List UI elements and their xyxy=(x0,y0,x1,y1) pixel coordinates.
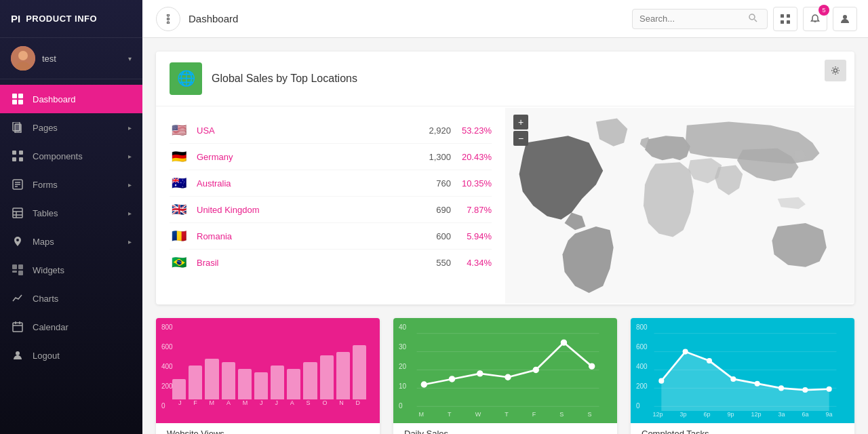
charts-icon xyxy=(11,292,24,305)
sidebar-item-label: Widgets xyxy=(33,265,132,275)
country-percentage: 20.43% xyxy=(451,152,492,162)
country-percentage: 4.34% xyxy=(451,258,492,268)
sales-row: 🇩🇪 Germany 1,300 20.43% xyxy=(170,144,492,170)
bar xyxy=(172,379,186,399)
chart-title: Website Views xyxy=(167,429,224,434)
maps-icon xyxy=(11,235,24,248)
svg-point-61 xyxy=(683,349,688,355)
chevron-right-icon: ▸ xyxy=(128,153,132,160)
world-map-svg xyxy=(505,106,854,304)
country-name: Australia xyxy=(197,178,410,189)
widget-icon-box: 🌐 xyxy=(170,62,202,95)
sidebar-nav: Dashboard Pages ▸ Components ▸ Forms ▸ xyxy=(0,79,142,434)
country-name: USA xyxy=(197,125,410,136)
sales-table-section: 🇺🇸 USA 2,920 53.23% 🇩🇪 Germany 1,300 20.… xyxy=(156,106,854,304)
sidebar-item-label: Dashboard xyxy=(33,94,132,104)
svg-rect-24 xyxy=(18,271,23,275)
page-title: Dashboard xyxy=(189,13,632,24)
svg-rect-3 xyxy=(12,94,17,98)
sidebar-item-components[interactable]: Components ▸ xyxy=(0,142,142,170)
user-menu-button[interactable] xyxy=(833,7,857,31)
svg-rect-37 xyxy=(781,20,784,24)
svg-point-50 xyxy=(477,371,483,376)
svg-point-29 xyxy=(16,351,20,355)
sidebar-item-label: Pages xyxy=(33,123,128,133)
svg-point-51 xyxy=(505,375,511,380)
search-icon[interactable] xyxy=(748,13,757,25)
notification-badge: 5 xyxy=(818,5,829,16)
country-percentage: 7.87% xyxy=(451,205,492,215)
sidebar-item-forms[interactable]: Forms ▸ xyxy=(0,170,142,199)
header-menu-button[interactable] xyxy=(156,7,180,31)
chart-title-area: Completed Tasks xyxy=(631,423,854,434)
svg-rect-8 xyxy=(15,124,21,133)
country-name: Brasil xyxy=(197,258,410,268)
daily-sales-chart: 403020100 MTWTFSS xyxy=(393,318,617,423)
bar xyxy=(271,366,284,399)
widget-title: Global Sales by Top Locations xyxy=(212,73,357,85)
map-zoom-out-button[interactable]: − xyxy=(513,131,528,146)
country-value: 760 xyxy=(410,178,451,189)
sidebar-item-calendar[interactable]: Calendar xyxy=(0,313,142,341)
country-flag: 🇧🇷 xyxy=(170,256,189,269)
svg-rect-9 xyxy=(12,151,16,155)
components-icon xyxy=(11,149,24,163)
bar xyxy=(222,362,235,399)
user-profile[interactable]: test ▾ xyxy=(0,38,142,79)
brand-title: PRODUCT INFO xyxy=(26,14,97,24)
svg-rect-5 xyxy=(12,100,17,104)
notifications-button[interactable]: 5 xyxy=(803,7,827,31)
sidebar-item-label: Forms xyxy=(33,180,128,190)
svg-rect-36 xyxy=(787,14,790,18)
forms-icon xyxy=(11,178,24,191)
website-views-chart: 8006004002000 JFMAMJJASOND xyxy=(156,318,380,423)
globe-icon: 🌐 xyxy=(177,70,195,87)
svg-point-1 xyxy=(18,51,28,60)
svg-rect-10 xyxy=(19,151,23,155)
sidebar-item-charts[interactable]: Charts xyxy=(0,284,142,313)
widget-header: 🌐 Global Sales by Top Locations xyxy=(156,52,854,106)
chart-title: Daily Sales xyxy=(404,429,448,434)
sidebar-item-tables[interactable]: Tables ▸ xyxy=(0,199,142,227)
sales-row: 🇧🇷 Brasil 550 4.34% xyxy=(170,250,492,275)
sidebar-item-pages[interactable]: Pages ▸ xyxy=(0,113,142,142)
country-percentage: 53.23% xyxy=(451,125,492,136)
svg-point-49 xyxy=(450,376,455,382)
search-input[interactable] xyxy=(639,14,748,24)
dashboard-icon xyxy=(11,92,24,106)
map-zoom-in-button[interactable]: + xyxy=(513,115,528,130)
svg-point-63 xyxy=(730,376,736,382)
bar xyxy=(238,369,252,399)
sidebar-item-label: Calendar xyxy=(33,322,132,332)
sales-row: 🇦🇺 Australia 760 10.35% xyxy=(170,170,492,197)
bar xyxy=(189,366,202,399)
svg-point-41 xyxy=(834,69,837,73)
widget-settings-button[interactable] xyxy=(825,60,846,81)
sidebar-item-label: Charts xyxy=(33,294,132,304)
sidebar-item-dashboard[interactable]: Dashboard xyxy=(0,85,142,113)
pages-icon xyxy=(11,121,24,134)
country-value: 550 xyxy=(410,258,451,268)
chart-title: Completed Tasks xyxy=(642,429,709,434)
world-map: + − xyxy=(505,106,854,304)
bar xyxy=(353,345,366,399)
daily-sales-card: 403020100 MTWTFSS Daily Sales xyxy=(393,318,617,434)
charts-row: 8006004002000 JFMAMJJASOND Website Views… xyxy=(156,318,854,434)
svg-point-30 xyxy=(167,18,170,20)
svg-point-65 xyxy=(778,386,784,391)
svg-rect-11 xyxy=(12,157,16,161)
svg-rect-17 xyxy=(13,208,22,218)
chart-title-area: Daily Sales xyxy=(393,423,617,434)
website-views-card: 8006004002000 JFMAMJJASOND Website Views xyxy=(156,318,380,434)
bar xyxy=(254,372,268,399)
tables-icon xyxy=(11,206,24,220)
search-box xyxy=(632,9,768,29)
svg-rect-25 xyxy=(13,323,22,332)
svg-rect-23 xyxy=(12,271,17,273)
sidebar-item-widgets[interactable]: Widgets xyxy=(0,256,142,284)
map-controls: + − xyxy=(513,115,528,146)
sidebar-item-maps[interactable]: Maps ▸ xyxy=(0,227,142,256)
grid-view-button[interactable] xyxy=(773,7,797,31)
sidebar-item-logout[interactable]: Logout xyxy=(0,341,142,370)
svg-point-60 xyxy=(658,378,664,384)
